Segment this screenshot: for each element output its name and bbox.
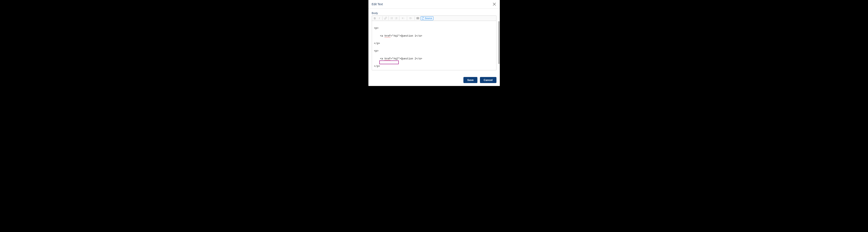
scrollbar-thumb[interactable] bbox=[498, 21, 500, 64]
source-icon bbox=[421, 17, 424, 20]
modal-scrollbar[interactable] bbox=[498, 21, 500, 74]
numbered-list-icon: 123 bbox=[395, 17, 398, 20]
cancel-button[interactable]: Cancel bbox=[480, 77, 496, 83]
code-line: </p> bbox=[374, 42, 494, 45]
modal-title: Edit Text bbox=[372, 2, 383, 6]
save-button[interactable]: Save bbox=[463, 77, 477, 83]
italic-button[interactable]: I bbox=[377, 16, 382, 20]
table-icon bbox=[409, 17, 412, 20]
source-button[interactable]: Source bbox=[421, 16, 434, 20]
close-button[interactable] bbox=[492, 2, 496, 6]
bullet-list-button[interactable] bbox=[389, 16, 394, 20]
svg-point-19 bbox=[417, 18, 418, 19]
bold-button[interactable]: B bbox=[373, 16, 377, 20]
code-line: <a href="#q1">Question 1</a> bbox=[374, 34, 494, 38]
modal-body: Body B I bbox=[368, 8, 500, 74]
numbered-list-button[interactable]: 123 bbox=[394, 16, 399, 20]
align-button[interactable] bbox=[400, 16, 406, 20]
toolbar-separator bbox=[389, 16, 389, 20]
body-field-label: Body bbox=[372, 11, 496, 14]
table-button[interactable] bbox=[408, 16, 414, 20]
link-icon bbox=[384, 17, 387, 20]
preview-button[interactable] bbox=[415, 16, 420, 20]
anchor-highlight bbox=[379, 61, 399, 64]
screenshot-stage: Edit Text Body B I bbox=[271, 0, 597, 86]
align-left-icon bbox=[402, 17, 405, 20]
modal-header: Edit Text bbox=[368, 0, 500, 8]
close-icon bbox=[493, 3, 496, 6]
code-line: <p> bbox=[374, 49, 494, 53]
toolbar-separator bbox=[382, 16, 383, 20]
svg-text:3: 3 bbox=[395, 19, 396, 20]
code-line: <a href="#q2">Question 2</a> bbox=[374, 57, 494, 61]
svg-point-2 bbox=[391, 19, 391, 19]
code-line: </p> bbox=[374, 64, 494, 68]
editor-toolbar: B I 123 bbox=[372, 16, 496, 21]
source-button-label: Source bbox=[425, 17, 432, 20]
rich-text-editor: B I 123 bbox=[372, 15, 496, 70]
svg-point-1 bbox=[391, 18, 391, 19]
preview-icon bbox=[416, 17, 419, 20]
code-line: <p> bbox=[374, 26, 494, 30]
link-button[interactable] bbox=[383, 16, 388, 20]
svg-point-0 bbox=[391, 18, 391, 18]
edit-text-modal: Edit Text Body B I bbox=[368, 0, 500, 86]
bullet-list-icon bbox=[390, 17, 393, 20]
source-editor-textarea[interactable]: <p> <a href="#q1">Question 1</a> </p> <p… bbox=[372, 21, 496, 70]
modal-footer: Save Cancel bbox=[368, 74, 500, 86]
